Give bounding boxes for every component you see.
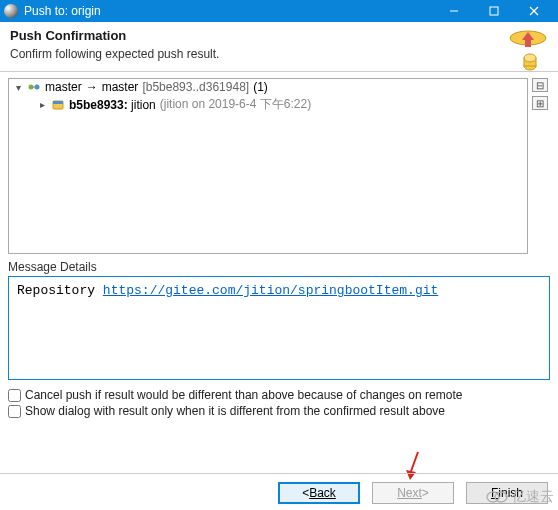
repo-prefix: Repository xyxy=(17,283,103,298)
dialog-header: Push Confirmation Confirm following expe… xyxy=(0,22,558,72)
show-dialog-row[interactable]: Show dialog with result only when it is … xyxy=(8,404,550,418)
page-title: Push Confirmation xyxy=(10,28,548,43)
back-button[interactable]: < Back xyxy=(278,482,360,504)
svg-point-9 xyxy=(524,54,536,62)
repo-url-link[interactable]: https://gitee.com/jition/springbootItem.… xyxy=(103,283,438,298)
push-icon xyxy=(508,26,548,80)
push-result-tree[interactable]: ▾ master → master [b5be893..d361948] (1)… xyxy=(8,78,528,254)
maximize-button[interactable] xyxy=(474,0,514,22)
app-icon xyxy=(4,4,18,18)
collapse-twisty-icon[interactable]: ▾ xyxy=(13,82,23,92)
branch-row[interactable]: ▾ master → master [b5be893..d361948] (1) xyxy=(9,79,527,95)
svg-line-15 xyxy=(410,452,418,474)
cancel-if-different-row[interactable]: Cancel push if result would be different… xyxy=(8,388,550,402)
expand-twisty-icon[interactable]: ▸ xyxy=(37,100,47,110)
button-bar: < Back Next > Finish xyxy=(0,473,558,504)
cancel-if-different-checkbox[interactable] xyxy=(8,389,21,402)
watermark-text: 亿速云 xyxy=(512,488,554,506)
commit-hash: b5be8933: xyxy=(69,98,128,112)
expand-all-button[interactable]: ⊞ xyxy=(532,96,548,110)
watermark: 亿速云 xyxy=(486,488,554,506)
minimize-button[interactable] xyxy=(434,0,474,22)
commit-count: (1) xyxy=(253,80,268,94)
next-button: Next > xyxy=(372,482,454,504)
show-dialog-label: Show dialog with result only when it is … xyxy=(25,404,445,418)
message-details-label: Message Details xyxy=(8,260,550,274)
collapse-all-button[interactable]: ⊟ xyxy=(532,78,548,92)
svg-rect-6 xyxy=(525,39,531,47)
branch-from: master xyxy=(45,80,82,94)
commit-range: [b5be893..d361948] xyxy=(142,80,249,94)
titlebar: Push to: origin xyxy=(0,0,558,22)
svg-point-18 xyxy=(495,492,507,502)
svg-rect-14 xyxy=(53,101,63,104)
window-controls xyxy=(434,0,554,22)
commit-row[interactable]: ▸ b5be8933: jition (jition on 2019-6-4 下… xyxy=(9,95,527,114)
page-subtitle: Confirm following expected push result. xyxy=(10,47,548,61)
branch-to: master xyxy=(102,80,139,94)
watermark-logo-icon xyxy=(486,490,508,504)
commit-decorator-icon xyxy=(51,98,65,112)
cancel-if-different-label: Cancel push if result would be different… xyxy=(25,388,462,402)
branch-arrow: → xyxy=(86,80,98,94)
commit-message: jition xyxy=(131,98,156,112)
svg-rect-1 xyxy=(490,7,498,15)
commit-meta: (jition on 2019-6-4 下午6:22) xyxy=(160,96,311,113)
message-details-box[interactable]: Repository https://gitee.com/jition/spri… xyxy=(8,276,550,380)
window-title: Push to: origin xyxy=(24,4,434,18)
branch-decorator-icon xyxy=(27,80,41,94)
show-dialog-checkbox[interactable] xyxy=(8,405,21,418)
close-button[interactable] xyxy=(514,0,554,22)
